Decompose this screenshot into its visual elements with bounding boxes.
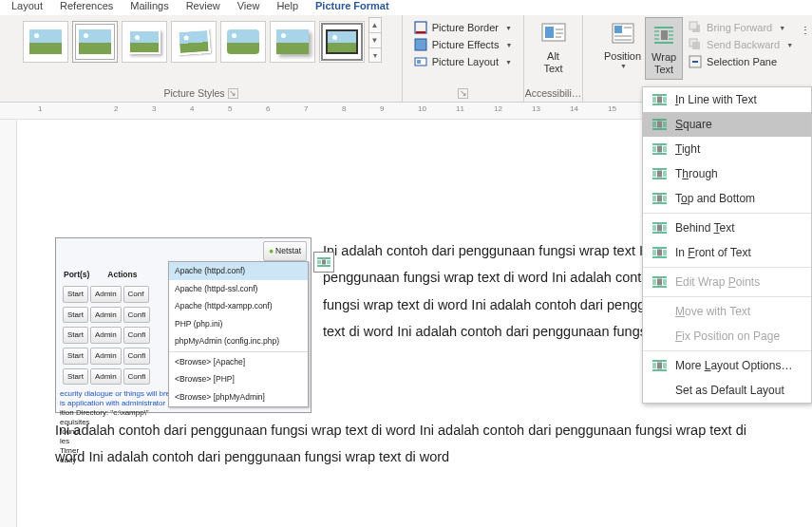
wrap-text-button[interactable]: Wrap Text — [645, 17, 683, 80]
tab-review[interactable]: Review — [179, 0, 228, 15]
picture-style-2[interactable] — [72, 21, 118, 63]
wrap-option-square[interactable]: Square — [643, 112, 811, 137]
gallery-more-icon[interactable]: ▾ — [368, 47, 382, 63]
menu-label: In Line with Text — [675, 93, 757, 106]
xampp-config-button: Conf — [123, 286, 149, 303]
picture-style-7-selected[interactable] — [319, 21, 365, 63]
group-label-picture-styles: Picture Styles ↘ — [163, 85, 237, 102]
send-backward-icon — [689, 38, 702, 51]
picture-border-button[interactable]: Picture Border▼ — [412, 19, 515, 36]
svg-rect-7 — [614, 26, 622, 33]
gallery-scroll[interactable]: ▲ ▼ ▾ — [368, 17, 382, 63]
tab-layout[interactable]: Layout — [4, 0, 50, 15]
inline-icon — [651, 92, 668, 107]
wrap-option-in-front-of-text[interactable]: In Front of Text — [643, 240, 811, 265]
undefined-icon — [651, 329, 668, 344]
layout-options-handle[interactable] — [313, 252, 334, 273]
svg-rect-10 — [689, 22, 697, 29]
group-picture-styles: ▲ ▼ ▾ Picture Styles ↘ — [0, 15, 403, 102]
svg-rect-8 — [661, 30, 668, 40]
dialog-launcher-icon[interactable]: ↘ — [228, 88, 238, 99]
gallery-down-icon[interactable]: ▼ — [368, 32, 382, 47]
layout-icon — [414, 55, 427, 68]
xampp-admin-button: Admin — [90, 307, 122, 324]
square-icon — [651, 117, 668, 132]
xampp-admin-button: Admin — [90, 327, 122, 344]
svg-rect-12 — [692, 42, 700, 49]
ctx-item: phpMyAdmin (config.inc.php) — [169, 332, 308, 350]
xampp-admin-button: Admin — [90, 286, 122, 303]
xampp-admin-button: Admin — [90, 368, 122, 386]
dialog-launcher-icon[interactable]: ↘ — [458, 88, 468, 99]
wrap-text-icon — [650, 21, 678, 49]
xampp-start-button: Start — [63, 348, 88, 365]
svg-rect-18 — [657, 171, 662, 178]
gallery-up-icon[interactable]: ▲ — [368, 17, 382, 32]
wrap-option-in-line-with-text[interactable]: In Line with Text — [643, 87, 811, 112]
selection-pane-button[interactable]: Selection Pane — [687, 53, 795, 70]
menu-label: Through — [675, 167, 718, 180]
wrap-option-tight[interactable]: Tight — [643, 137, 811, 161]
wrap-option-more-layout-options-[interactable]: More Layout Options… — [643, 353, 811, 378]
wrap-option-behind-text[interactable]: Behind Text — [643, 216, 811, 240]
picture-style-4[interactable] — [171, 21, 217, 63]
config-context-menu: Apache (httpd.conf)Apache (httpd-ssl.con… — [168, 261, 309, 407]
xampp-admin-button: Admin — [90, 348, 122, 365]
more-icon — [651, 358, 668, 373]
picture-style-5[interactable] — [220, 21, 266, 63]
front-icon — [651, 245, 668, 260]
bring-forward-button[interactable]: Bring Forward▼ — [687, 19, 795, 36]
wrap-option-set-as-default-layout[interactable]: Set as Default Layout — [643, 378, 811, 403]
picture-layout-button[interactable]: Picture Layout▼ — [412, 53, 515, 70]
xampp-start-button: Start — [63, 286, 88, 303]
vertical-ruler[interactable] — [0, 120, 17, 527]
tab-picture-format[interactable]: Picture Format — [308, 0, 397, 15]
xampp-start-button: Start — [63, 307, 88, 324]
tight-icon — [651, 141, 668, 157]
picture-style-1[interactable] — [23, 21, 68, 63]
picture-effects-button[interactable]: Picture Effects▼ — [412, 36, 515, 53]
selection-pane-icon — [689, 55, 702, 68]
alt-text-button[interactable]: Alt Text — [536, 17, 572, 74]
xampp-start-button: Start — [63, 368, 88, 386]
undefined-icon — [651, 383, 668, 398]
menu-label: Set as Default Layout — [675, 384, 784, 397]
picture-style-6[interactable] — [270, 21, 315, 63]
ctx-item: <Browse> [phpMyAdmin] — [169, 388, 308, 406]
send-backward-button[interactable]: Send Backward▼ — [687, 36, 795, 53]
ctx-item: Apache (httpd-ssl.conf) — [169, 280, 308, 298]
group-accessibility: Alt Text Accessibili… — [524, 15, 583, 102]
menu-label: In Front of Text — [675, 246, 751, 259]
position-button[interactable]: Position▼ — [600, 17, 645, 80]
tab-references[interactable]: References — [52, 0, 121, 15]
bring-forward-icon — [689, 21, 702, 34]
xampp-config-button: Confi — [123, 327, 151, 344]
svg-rect-5 — [545, 27, 554, 38]
ctx-item: Apache (httpd-xampp.conf) — [169, 297, 308, 315]
inserted-image[interactable]: Netstat BbCcDc A ➘ Port(s)Actions StartA… — [55, 237, 312, 413]
wrap-option-top-and-bottom[interactable]: Top and Bottom — [643, 186, 811, 211]
group-label-picture-tools: ↘ — [458, 86, 468, 102]
picture-style-3[interactable] — [122, 21, 167, 63]
menu-label: Tight — [675, 142, 700, 156]
xampp-config-button: Confi — [123, 368, 151, 386]
tab-help[interactable]: Help — [269, 0, 306, 15]
svg-rect-1 — [415, 39, 426, 50]
position-icon — [609, 20, 637, 48]
menu-label: Move with Text — [675, 305, 750, 318]
undefined-icon — [651, 304, 668, 319]
menu-label: Top and Bottom — [675, 192, 755, 205]
wrap-option-through[interactable]: Through — [643, 161, 811, 186]
alt-text-icon — [539, 20, 568, 48]
tab-view[interactable]: View — [230, 0, 268, 15]
tab-mailings[interactable]: Mailings — [123, 0, 176, 15]
svg-rect-17 — [657, 146, 662, 153]
group-label-accessibility: Accessibili… — [525, 85, 582, 102]
svg-rect-22 — [657, 279, 662, 286]
xampp-start-button: Start — [63, 327, 88, 344]
svg-rect-20 — [657, 225, 662, 232]
menu-label: Square — [675, 118, 712, 131]
svg-rect-15 — [657, 97, 662, 104]
behind-icon — [651, 220, 668, 235]
svg-rect-3 — [417, 60, 421, 64]
